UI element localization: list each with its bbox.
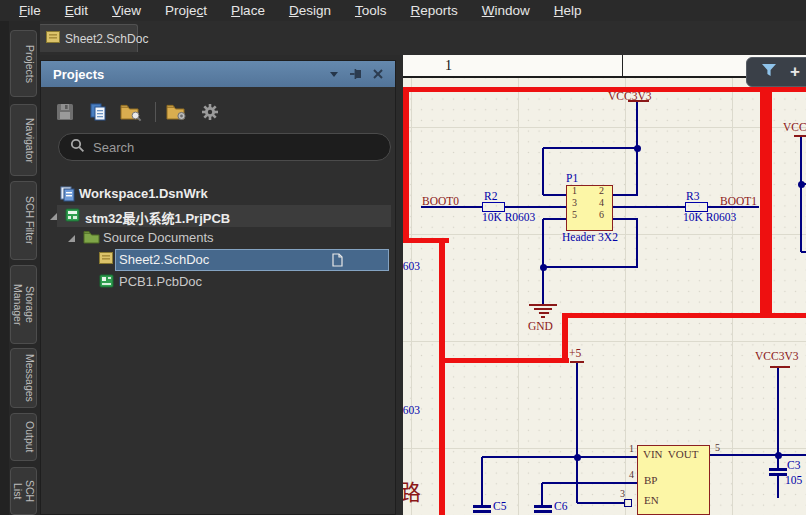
net-label[interactable]: 路 [403, 481, 421, 504]
schematic-wire[interactable] [541, 483, 543, 505]
menu-item-design[interactable]: Design [278, 2, 342, 20]
designator-label[interactable]: 0603 [403, 260, 420, 272]
menu-item-window[interactable]: Window [471, 2, 541, 20]
power-port-bar[interactable] [794, 135, 806, 137]
designator-label[interactable]: R2 [484, 190, 497, 202]
sheet-boundary-line[interactable] [439, 358, 569, 363]
schematic-wire[interactable] [543, 147, 638, 149]
schematic-wire[interactable] [613, 194, 638, 196]
schematic-editor[interactable]: 1 + VCC3V3VCC3BOOT0BOOT1GND+5VCC3V3路P1He… [403, 55, 806, 515]
tree-item-stm32最小系统1-prjpcb[interactable]: stm32最小系统1.PrjPCB [41, 205, 395, 227]
capacitor-plate-C3[interactable] [769, 468, 787, 471]
menu-item-project[interactable]: Project [154, 2, 218, 20]
schematic-wire[interactable] [542, 482, 637, 484]
ground-symbol-bar[interactable] [539, 312, 549, 314]
ground-symbol-bar[interactable] [534, 308, 552, 310]
schematic-wire[interactable] [636, 219, 638, 267]
copy-documents-icon[interactable] [87, 101, 109, 123]
tree-item-pcb1-pcbdoc[interactable]: PCB1.PcbDoc [41, 271, 395, 293]
search-input[interactable]: Search [58, 133, 391, 161]
menu-item-help[interactable]: Help [543, 2, 593, 20]
menu-item-reports[interactable]: Reports [399, 2, 468, 20]
schematic-wire[interactable] [481, 457, 483, 505]
schematic-wire[interactable] [482, 456, 637, 458]
sheet-boundary-line[interactable] [760, 87, 772, 318]
ground-symbol-bar[interactable] [541, 316, 545, 318]
designator-label[interactable]: C3 [787, 459, 800, 471]
menu-item-file[interactable]: File [8, 2, 52, 20]
net-label[interactable]: VCC3 [783, 121, 806, 133]
sheet-boundary-line[interactable] [439, 238, 445, 515]
panel-close-icon[interactable] [369, 66, 387, 82]
expand-arrow-icon[interactable] [50, 213, 57, 220]
schematic-wire[interactable] [543, 194, 567, 196]
panel-tab-projects[interactable]: Projects [10, 30, 37, 97]
net-label[interactable]: VCC3V3 [755, 350, 798, 362]
panel-tab-output[interactable]: Output [10, 413, 37, 461]
panel-tab-sch-filter[interactable]: SCH Filter [10, 181, 37, 260]
panel-tab-sch-list[interactable]: SCH List [10, 467, 37, 515]
add-button[interactable]: + [790, 62, 800, 82]
schematic-wire[interactable] [710, 454, 806, 456]
sheet-boundary-line[interactable] [403, 87, 760, 92]
designator-label[interactable]: 10K R0603 [683, 211, 736, 223]
open-project-icon[interactable] [120, 101, 142, 123]
tree-item-workspace1-dsnwrk[interactable]: Workspace1.DsnWrk [41, 183, 395, 205]
designator-label[interactable]: 105 [785, 474, 802, 486]
document-tab-bar: Sheet2.SchDoc [0, 21, 806, 55]
funnel-icon[interactable] [760, 62, 778, 82]
menu-item-tools[interactable]: Tools [344, 2, 398, 20]
capacitor-plate-C6[interactable] [534, 510, 552, 513]
schematic-wire[interactable] [613, 206, 685, 208]
settings-gear-icon[interactable] [199, 101, 221, 123]
panel-tab-storage-manager[interactable]: Storage Manager [10, 265, 37, 344]
tree-item-sheet2-schdoc[interactable]: Sheet2.SchDoc [41, 249, 395, 271]
menu-item-edit[interactable]: Edit [54, 2, 99, 20]
ground-symbol-bar[interactable] [529, 304, 557, 306]
panel-tab-messages[interactable]: Messages [10, 348, 37, 408]
schematic-wire[interactable] [543, 218, 567, 220]
capacitor-plate-C5[interactable] [473, 505, 491, 508]
schematic-sheet[interactable] [403, 78, 806, 515]
schematic-wire[interactable] [800, 137, 802, 252]
designator-label[interactable]: R3 [686, 190, 699, 202]
save-icon[interactable] [54, 101, 76, 123]
designator-label[interactable]: Header 3X2 [562, 231, 618, 243]
power-port-bar[interactable] [570, 361, 584, 363]
net-label[interactable]: BOOT1 [720, 195, 757, 207]
schematic-wire[interactable] [543, 266, 638, 268]
schematic-wire[interactable] [542, 148, 544, 195]
project-options-icon[interactable] [166, 101, 188, 123]
schematic-wire[interactable] [577, 502, 624, 504]
designator-label[interactable]: P1 [566, 172, 578, 184]
designator-label[interactable]: 0603 [403, 404, 420, 416]
sheet-boundary-line[interactable] [562, 313, 806, 318]
pin-label: 2 [599, 186, 604, 197]
net-label[interactable]: BOOT0 [422, 195, 459, 207]
power-port-bar[interactable] [770, 366, 790, 368]
tab-sheet2-schdoc[interactable]: Sheet2.SchDoc [38, 24, 138, 52]
net-label[interactable]: +5 [569, 347, 581, 359]
net-label[interactable]: VCC3V3 [608, 90, 651, 102]
menu-item-view[interactable]: View [101, 2, 152, 20]
expand-arrow-icon[interactable] [68, 235, 75, 242]
schematic-wire[interactable] [542, 219, 544, 304]
tree-item-source-documents[interactable]: Source Documents [41, 227, 395, 249]
schematic-wire[interactable] [505, 206, 567, 208]
capacitor-plate-C6[interactable] [534, 505, 552, 508]
panel-tab-navigator[interactable]: Navigator [10, 104, 37, 176]
sheet-boundary-line[interactable] [403, 87, 409, 243]
panel-dropdown-icon[interactable] [325, 66, 343, 82]
sheet-boundary-line[interactable] [562, 313, 568, 363]
panel-pin-icon[interactable] [347, 66, 365, 82]
net-label[interactable]: GND [528, 320, 553, 332]
designator-label[interactable]: 10K R0603 [482, 211, 535, 223]
schematic-wire[interactable] [777, 476, 779, 498]
schematic-wire[interactable] [613, 218, 638, 220]
menu-item-place[interactable]: Place [220, 2, 276, 20]
designator-label[interactable]: C5 [493, 500, 506, 512]
schematic-wire[interactable] [801, 251, 806, 253]
capacitor-plate-C5[interactable] [473, 510, 491, 513]
designator-label[interactable]: C6 [554, 500, 567, 512]
sheet-boundary-line[interactable] [772, 87, 806, 92]
